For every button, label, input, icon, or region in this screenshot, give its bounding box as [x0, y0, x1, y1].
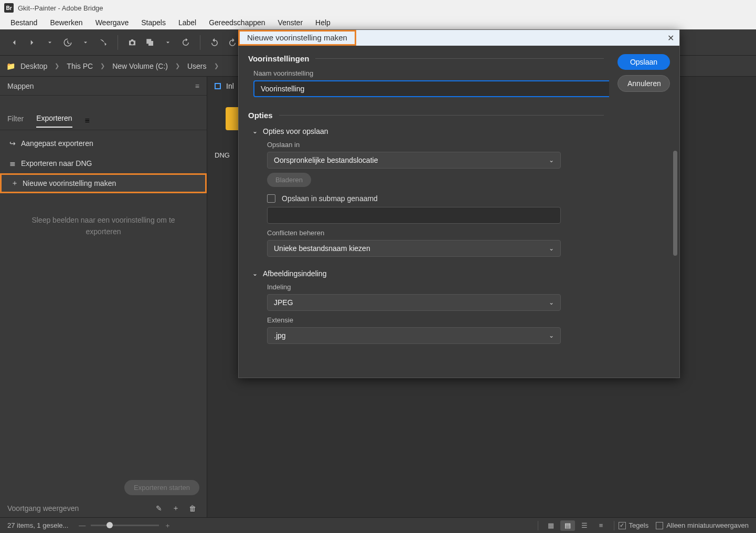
- thumbs-only-checkbox[interactable]: [656, 522, 663, 529]
- left-panel: Mappen ≡ Filter Exporteren ≡ ↪ Aangepast…: [0, 77, 207, 517]
- conflicts-label: Conflicten beheren: [267, 229, 604, 237]
- image-format-toggle[interactable]: ⌄ Afbeeldingsindeling: [252, 269, 604, 278]
- tab-exporteren[interactable]: Exporteren: [36, 114, 72, 128]
- crumb-desktop[interactable]: Desktop: [20, 62, 47, 70]
- cancel-button[interactable]: Annuleren: [617, 75, 670, 92]
- plus-icon[interactable]: ＋: [169, 504, 183, 513]
- tiles-label: Tegels: [629, 521, 649, 529]
- dialog-title: Nieuwe voorinstelling maken: [238, 30, 356, 46]
- panel-header-mappen[interactable]: Mappen ≡: [0, 77, 207, 96]
- camera-import-icon[interactable]: [124, 35, 140, 50]
- panel-menu-icon[interactable]: ≡: [195, 82, 199, 90]
- view-thumbs-icon[interactable]: ▤: [560, 520, 575, 531]
- statusbar: 27 items, 1 gesele... — ＋ ▦ ▤ ☰ ≡ ✓ Tege…: [0, 517, 756, 533]
- separator: [200, 35, 200, 50]
- menu-weergave[interactable]: Weergave: [89, 17, 135, 28]
- menu-venster[interactable]: Venster: [272, 17, 309, 28]
- chevron-right-icon: ❯: [100, 62, 105, 69]
- menu-bewerken[interactable]: Bewerken: [44, 17, 89, 28]
- export-item-dng[interactable]: ≣ Exporteren naar DNG: [0, 153, 207, 173]
- menu-gereedschappen[interactable]: Gereedschappen: [203, 17, 271, 28]
- new-preset-dialog: Nieuwe voorinstelling maken ✕ Voorinstel…: [238, 29, 680, 378]
- export-start-button[interactable]: Exporteren starten: [124, 480, 199, 495]
- chevron-down-icon: ⌄: [549, 332, 554, 339]
- select-indicator[interactable]: [215, 83, 221, 89]
- save-options-toggle[interactable]: ⌄ Opties voor opslaan: [252, 127, 604, 135]
- chevron-down-icon: ⌄: [252, 270, 258, 277]
- export-item-new-preset[interactable]: ＋ Nieuwe voorinstelling maken: [0, 173, 207, 193]
- nav-dropdown[interactable]: [42, 35, 58, 50]
- menu-stapels[interactable]: Stapels: [135, 17, 172, 28]
- export-item-label: Exporteren naar DNG: [21, 159, 92, 168]
- save-subfolder-checkbox[interactable]: [267, 194, 275, 203]
- refresh-icon[interactable]: [178, 35, 194, 50]
- trash-icon[interactable]: 🗑: [186, 504, 199, 513]
- titlebar: Br Gkit--Painter - Adobe Bridge: [0, 0, 756, 16]
- browse-button[interactable]: Bladeren: [267, 173, 311, 187]
- tiles-checkbox[interactable]: ✓: [619, 522, 626, 529]
- section-options: Opties: [248, 111, 604, 120]
- chevron-right-icon: ❯: [175, 62, 180, 69]
- crumb-thispc[interactable]: This PC: [67, 62, 93, 70]
- panel-title: Mappen: [7, 82, 34, 90]
- batch-icon[interactable]: [142, 35, 158, 50]
- crumb-users[interactable]: Users: [187, 62, 207, 70]
- chevron-down-icon: ⌄: [549, 245, 554, 252]
- rotate-ccw-icon[interactable]: [207, 35, 222, 50]
- view-list-icon[interactable]: ≡: [594, 520, 609, 531]
- subfolder-name-input[interactable]: [267, 207, 561, 224]
- export-item-label: Nieuwe voorinstelling maken: [23, 179, 116, 187]
- save-button[interactable]: Opslaan: [617, 54, 670, 70]
- boomerang-icon[interactable]: [95, 35, 111, 50]
- view-grid-icon[interactable]: ▦: [544, 520, 558, 531]
- menu-help[interactable]: Help: [309, 17, 337, 28]
- batch-dropdown[interactable]: [160, 35, 176, 50]
- export-list: ↪ Aangepast exporteren ≣ Exporteren naar…: [0, 130, 207, 193]
- view-details-icon[interactable]: ☰: [577, 520, 592, 531]
- tab-filter[interactable]: Filter: [7, 114, 24, 127]
- preset-name-input[interactable]: [253, 80, 609, 97]
- close-icon[interactable]: ✕: [667, 33, 674, 43]
- dialog-titlebar: Nieuwe voorinstelling maken ✕: [239, 30, 679, 46]
- extension-label: Extensie: [267, 316, 604, 324]
- drop-hint: Sleep beelden naar een voorinstelling om…: [0, 214, 207, 238]
- chevron-down-icon: ⌄: [549, 156, 554, 164]
- thumbs-only-label: Alleen miniatuurweergaven: [666, 521, 749, 529]
- crumb-volume[interactable]: New Volume (C:): [112, 62, 168, 70]
- menu-label[interactable]: Label: [172, 17, 203, 28]
- chevron-right-icon: ❯: [55, 62, 59, 69]
- format-label: Indeling: [267, 283, 604, 291]
- status-items-text: 27 items, 1 gesele...: [7, 521, 68, 529]
- save-in-select[interactable]: Oorspronkelijke bestandslocatie⌄: [267, 152, 561, 169]
- window-title: Gkit--Painter - Adobe Bridge: [18, 4, 103, 12]
- chevron-down-icon: ⌄: [549, 299, 554, 306]
- plus-icon: ＋: [11, 179, 23, 188]
- zoom-plus-icon[interactable]: ＋: [164, 521, 171, 530]
- menu-bestand[interactable]: Bestand: [4, 17, 44, 28]
- chevron-right-icon: ❯: [214, 62, 219, 69]
- tab-menu-icon[interactable]: ≡: [85, 116, 90, 126]
- dialog-scrollbar[interactable]: [673, 151, 677, 256]
- progress-label[interactable]: Voortgang weergeven: [7, 504, 79, 513]
- folder-icon: 📁: [6, 62, 15, 70]
- export-item-label: Aangepast exporteren: [21, 139, 93, 148]
- thumbnail-size-slider[interactable]: [91, 525, 159, 526]
- format-select[interactable]: JPEG⌄: [267, 294, 561, 311]
- zoom-minus-icon[interactable]: —: [79, 521, 86, 529]
- history-dropdown[interactable]: [78, 35, 93, 50]
- history-button[interactable]: [60, 35, 76, 50]
- nav-forward-button[interactable]: [24, 35, 40, 50]
- conflicts-select[interactable]: Unieke bestandsnaam kiezen⌄: [267, 240, 561, 257]
- menubar: Bestand Bewerken Weergave Stapels Label …: [0, 16, 756, 29]
- save-subfolder-label: Opslaan in submap genaamd: [282, 194, 378, 203]
- export-item-custom[interactable]: ↪ Aangepast exporteren: [0, 133, 207, 153]
- nav-back-button[interactable]: [6, 35, 22, 50]
- chevron-down-icon: ⌄: [252, 128, 258, 135]
- save-in-label: Opslaan in: [267, 141, 604, 149]
- export-arrow-icon: ↪: [9, 139, 21, 148]
- separator: [118, 35, 118, 50]
- extension-select[interactable]: .jpg⌄: [267, 327, 561, 344]
- pencil-icon[interactable]: ✎: [152, 504, 166, 513]
- export-tabs: Filter Exporteren ≡: [0, 111, 207, 130]
- save-subfolder-row[interactable]: Opslaan in submap genaamd: [267, 194, 604, 203]
